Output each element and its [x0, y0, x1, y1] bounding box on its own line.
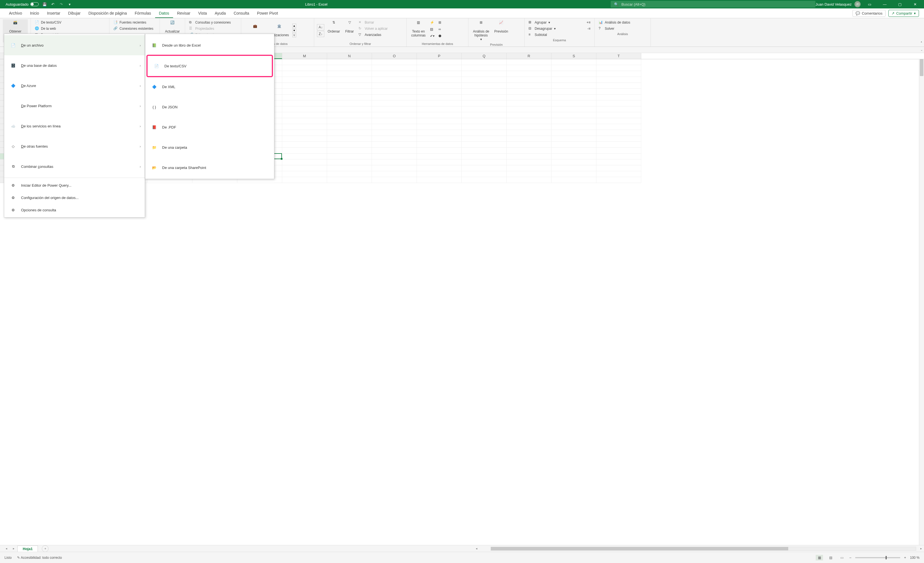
- cell-S38[interactable]: [552, 171, 596, 177]
- cell-O27[interactable]: [372, 107, 417, 112]
- cell-Q20[interactable]: [462, 65, 507, 71]
- text-to-columns-button[interactable]: ▥Texto en columnas: [410, 20, 427, 42]
- cell-R34[interactable]: [507, 148, 552, 153]
- cell-R35[interactable]: [507, 153, 552, 159]
- cell-T28[interactable]: [596, 112, 641, 118]
- column-header-Q[interactable]: Q: [462, 53, 507, 59]
- cell-T32[interactable]: [596, 136, 641, 142]
- zoom-out-icon[interactable]: –: [849, 556, 851, 560]
- cell-M32[interactable]: [282, 136, 327, 142]
- cell-T25[interactable]: [596, 95, 641, 101]
- cell-Q26[interactable]: [462, 101, 507, 107]
- cell-Q27[interactable]: [462, 107, 507, 112]
- tab-ayuda[interactable]: Ayuda: [211, 9, 230, 18]
- page-layout-view-icon[interactable]: ▤: [827, 555, 834, 560]
- cell-S22[interactable]: [552, 77, 596, 83]
- submenu-item-de-xml[interactable]: 🔷De XML: [145, 77, 274, 97]
- cell-S34[interactable]: [552, 148, 596, 153]
- queries-connections-button[interactable]: ⧉Consultas y conexiones: [188, 20, 238, 26]
- group-rows-button[interactable]: ⊞Agrupar ▾ +≡: [527, 20, 592, 26]
- from-web-button[interactable]: 🌐De la web: [34, 26, 106, 32]
- column-header-S[interactable]: S: [552, 53, 596, 59]
- cell-T38[interactable]: [596, 171, 641, 177]
- redo-icon[interactable]: ↷: [59, 2, 64, 7]
- cell-P35[interactable]: [417, 153, 462, 159]
- cell-T37[interactable]: [596, 165, 641, 171]
- cell-Q29[interactable]: [462, 118, 507, 124]
- cell-N23[interactable]: [327, 83, 372, 89]
- menu-item-de-los-servicios-en-l-nea[interactable]: ☁️De los servicios en línea›: [4, 116, 145, 136]
- cell-P33[interactable]: [417, 142, 462, 148]
- cell-R37[interactable]: [507, 165, 552, 171]
- cell-Q35[interactable]: [462, 153, 507, 159]
- tab-revisar[interactable]: Revisar: [173, 9, 194, 18]
- cell-M39[interactable]: [282, 177, 327, 183]
- user-name[interactable]: Juan David Velasquez: [816, 2, 852, 6]
- cell-M24[interactable]: [282, 89, 327, 95]
- cell-O35[interactable]: [372, 153, 417, 159]
- cell-S33[interactable]: [552, 142, 596, 148]
- cell-P27[interactable]: [417, 107, 462, 112]
- sheet-nav-prev-icon[interactable]: ◂: [3, 547, 10, 550]
- cell-Q38[interactable]: [462, 171, 507, 177]
- cell-Q31[interactable]: [462, 130, 507, 136]
- cell-Q33[interactable]: [462, 142, 507, 148]
- cell-Q28[interactable]: [462, 112, 507, 118]
- submenu-item-de-json[interactable]: { }De JSON: [145, 97, 274, 117]
- existing-connections-button[interactable]: 🔗Conexiones existentes: [112, 26, 157, 32]
- cell-N35[interactable]: [327, 153, 372, 159]
- manage-data-model-button[interactable]: ⬢: [437, 33, 442, 39]
- cell-N29[interactable]: [327, 118, 372, 124]
- cell-Q32[interactable]: [462, 136, 507, 142]
- cell-P20[interactable]: [417, 65, 462, 71]
- cell-P22[interactable]: [417, 77, 462, 83]
- column-header-R[interactable]: R: [507, 53, 552, 59]
- cell-O36[interactable]: [372, 159, 417, 165]
- cell-M37[interactable]: [282, 165, 327, 171]
- hscroll-right-icon[interactable]: ▸: [918, 547, 924, 550]
- cell-P30[interactable]: [417, 124, 462, 130]
- menu-item-de-otras-fuentes[interactable]: ◇De otras fuentes›: [4, 136, 145, 156]
- cell-P34[interactable]: [417, 148, 462, 153]
- autosave-toggle[interactable]: Autoguardado: [6, 2, 39, 6]
- tab-dibujar[interactable]: Dibujar: [64, 9, 84, 18]
- cell-M19[interactable]: [282, 59, 327, 65]
- flash-fill-button[interactable]: ⚡: [429, 20, 436, 26]
- cell-T19[interactable]: [596, 59, 641, 65]
- sheet-nav-next-icon[interactable]: ▸: [10, 547, 17, 550]
- cell-R38[interactable]: [507, 171, 552, 177]
- cell-S21[interactable]: [552, 71, 596, 77]
- cell-S30[interactable]: [552, 124, 596, 130]
- sort-button[interactable]: ⇅Ordenar: [326, 20, 342, 42]
- submenu-item-de-una-carpeta-sharepoint[interactable]: 📂De una carpeta SharePoint: [145, 158, 274, 178]
- add-sheet-button[interactable]: ＋: [42, 545, 48, 552]
- cell-P25[interactable]: [417, 95, 462, 101]
- cell-O38[interactable]: [372, 171, 417, 177]
- cell-T27[interactable]: [596, 107, 641, 112]
- cell-S19[interactable]: [552, 59, 596, 65]
- cell-M25[interactable]: [282, 95, 327, 101]
- cell-P19[interactable]: [417, 59, 462, 65]
- relationships-button[interactable]: ∞: [437, 26, 442, 32]
- cell-N22[interactable]: [327, 77, 372, 83]
- cell-T20[interactable]: [596, 65, 641, 71]
- tab-insertar[interactable]: Insertar: [43, 9, 64, 18]
- cell-N25[interactable]: [327, 95, 372, 101]
- cell-O32[interactable]: [372, 136, 417, 142]
- menu-item-iniciar-editor-de-power-query-[interactable]: ⚙Iniciar Editor de Power Query...: [4, 179, 145, 191]
- submenu-item-de-una-carpeta[interactable]: 📁De una carpeta: [145, 137, 274, 158]
- cell-S27[interactable]: [552, 107, 596, 112]
- cell-Q22[interactable]: [462, 77, 507, 83]
- cell-N20[interactable]: [327, 65, 372, 71]
- vertical-scrollbar[interactable]: [919, 59, 924, 545]
- save-icon[interactable]: 💾: [42, 2, 47, 7]
- cell-S23[interactable]: [552, 83, 596, 89]
- cell-O30[interactable]: [372, 124, 417, 130]
- cell-T21[interactable]: [596, 71, 641, 77]
- cell-R20[interactable]: [507, 65, 552, 71]
- maximize-icon[interactable]: ▢: [894, 0, 906, 8]
- cell-T23[interactable]: [596, 83, 641, 89]
- qat-customize-icon[interactable]: ▾: [68, 2, 72, 7]
- column-header-P[interactable]: P: [417, 53, 462, 59]
- page-break-view-icon[interactable]: ▭: [838, 555, 846, 560]
